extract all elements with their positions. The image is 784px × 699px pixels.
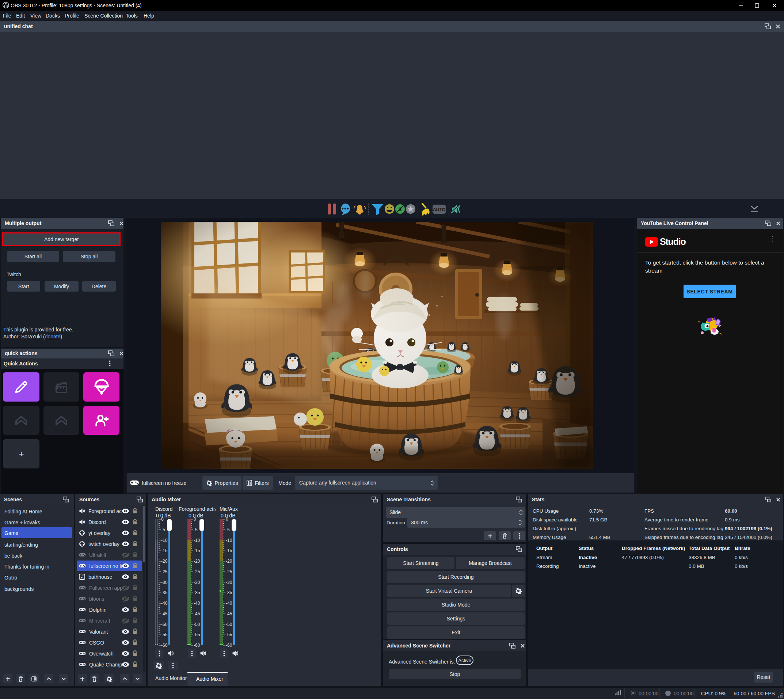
- svg-text:-45: -45: [161, 611, 168, 616]
- svg-text:-20: -20: [161, 559, 168, 564]
- svg-text:-30: -30: [161, 580, 168, 585]
- svg-text:-50: -50: [194, 622, 200, 627]
- svg-text:-15: -15: [226, 548, 232, 553]
- svg-text:-15: -15: [161, 548, 168, 553]
- svg-text:-10: -10: [161, 538, 168, 543]
- svg-text:0: 0: [226, 517, 228, 522]
- svg-text:-40: -40: [194, 601, 200, 606]
- svg-text:0: 0: [161, 517, 164, 522]
- svg-text:-55: -55: [194, 632, 200, 637]
- svg-text:-60: -60: [194, 643, 200, 648]
- svg-text:-20: -20: [194, 559, 200, 564]
- svg-text:-50: -50: [161, 622, 168, 627]
- svg-text:-10: -10: [194, 538, 200, 543]
- svg-text:-55: -55: [226, 632, 232, 637]
- svg-text:-25: -25: [161, 569, 168, 575]
- svg-text:-30: -30: [226, 580, 232, 585]
- svg-text:-35: -35: [194, 590, 200, 595]
- svg-text:-5: -5: [161, 527, 165, 532]
- svg-text:-25: -25: [194, 569, 200, 575]
- svg-text:-10: -10: [226, 538, 232, 543]
- svg-text:-20: -20: [226, 559, 232, 564]
- svg-text:-60: -60: [161, 643, 168, 648]
- svg-text:-45: -45: [226, 611, 232, 616]
- svg-text:-15: -15: [194, 548, 200, 553]
- svg-text:-55: -55: [161, 632, 168, 637]
- svg-text:-5: -5: [226, 527, 230, 532]
- svg-text:-40: -40: [161, 601, 168, 606]
- svg-text:AUTO: AUTO: [433, 207, 445, 212]
- svg-text:-5: -5: [194, 527, 198, 532]
- svg-text:-60: -60: [226, 643, 232, 648]
- svg-text:-30: -30: [194, 580, 200, 585]
- svg-text:-35: -35: [226, 590, 232, 595]
- svg-text:0: 0: [194, 517, 196, 522]
- svg-text:-40: -40: [226, 601, 232, 606]
- svg-text:-35: -35: [161, 590, 168, 595]
- svg-text:-25: -25: [226, 569, 232, 575]
- svg-text:-45: -45: [194, 611, 200, 616]
- svg-text:-50: -50: [226, 622, 232, 627]
